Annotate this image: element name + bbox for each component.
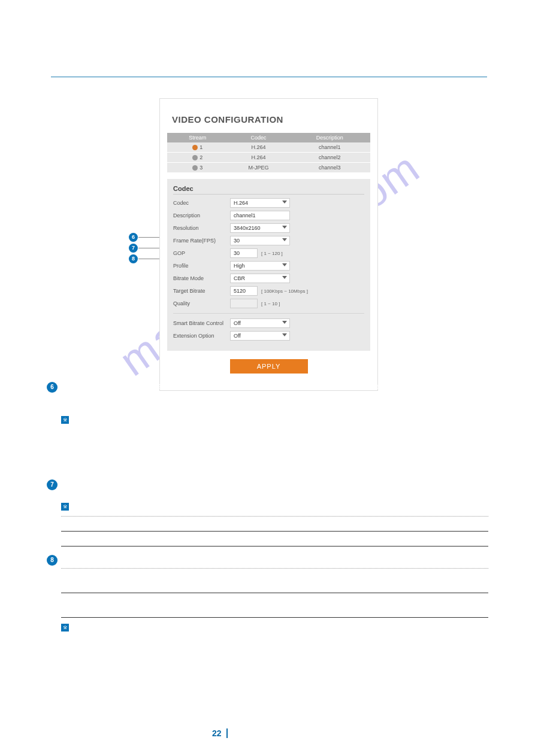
input-gop[interactable]: 30 [230, 248, 258, 258]
col-codec: Codec [228, 133, 289, 142]
item6-note-text: I-frame and P-frame can be created for M… [72, 427, 488, 466]
item7-row0-k: Main - [61, 519, 169, 529]
table-row[interactable]: 2 H.264 channel2 [167, 153, 370, 163]
label-profile: Profile [173, 263, 230, 269]
col-stream: Stream [167, 133, 228, 142]
select-profile[interactable]: High [230, 261, 290, 271]
dotted-rule [61, 568, 488, 569]
label-resolution: Resolution [173, 225, 230, 231]
item6-note-title: GOP(Group of Pictures) Size is.. [72, 417, 168, 424]
stream-table: Stream Codec Description 1 H.264 channel… [167, 133, 370, 173]
item8-table: CBR -To guarantee the designated constan… [61, 568, 488, 618]
header-rule [51, 77, 487, 77]
row-resolution: Resolution 3840x2160 [173, 223, 364, 233]
footer-text: Full HD Multi Focal IP Camera [234, 730, 323, 737]
item7-label: Profile - [61, 481, 86, 488]
stream-codec: H.264 [228, 142, 289, 153]
chevron-down-icon [282, 226, 287, 229]
row-target-bitrate: Target Bitrate 5120 [ 100Kbps ~ 10Mbps ] [173, 286, 364, 296]
hint-gop: [ 1 ~ 120 ] [261, 251, 283, 256]
chevron-down-icon [282, 276, 287, 279]
solid-rule [61, 617, 488, 618]
item7-text: The profile defines the subset of bit st… [61, 481, 476, 499]
input-quality [230, 299, 258, 308]
select-resolution[interactable]: 3840x2160 [230, 223, 290, 233]
codec-heading: Codec [173, 185, 364, 195]
stream-codec: H.264 [228, 153, 289, 163]
item8-row0-k: CBR - [61, 571, 169, 590]
solid-rule [61, 531, 488, 532]
item-7: 7 Profile - The profile defines the subs… [47, 479, 488, 500]
solid-rule [61, 546, 488, 546]
panel-title: VIDEO CONFIGURATION [172, 114, 370, 125]
label-target-bitrate: Target Bitrate [173, 288, 230, 294]
item7-table: Main -An intermediate profile with a med… [61, 516, 488, 546]
label-bitrate-mode: Bitrate Mode [173, 275, 230, 281]
item8-label: Bitrate Mode - [61, 556, 105, 563]
page-footer: 22 Full HD Multi Focal IP Camera [0, 728, 535, 738]
select-smart-bitrate[interactable]: Off [230, 318, 290, 328]
status-dot-icon [192, 155, 198, 160]
item7-row1-k: High - [61, 534, 169, 544]
chevron-down-icon [282, 201, 287, 204]
label-codec: Codec [173, 200, 230, 206]
item6-label: GOP(Group of Pictures) Size - [61, 383, 155, 390]
label-smart-bitrate: Smart Bitrate Control [173, 320, 230, 326]
select-bitrate-mode[interactable]: CBR [230, 274, 290, 283]
form-separator [173, 313, 364, 314]
callout-marker-6: 6 [129, 233, 138, 242]
label-extension: Extension Option [173, 333, 230, 339]
hint-target-bitrate: [ 100Kbps ~ 10Mbps ] [261, 289, 308, 294]
stream-num: 3 [200, 165, 202, 171]
video-config-panel: VIDEO CONFIGURATION Stream Codec Descrip… [159, 98, 378, 391]
input-description[interactable]: channel1 [230, 211, 290, 220]
solid-rule [61, 593, 488, 593]
label-gop: GOP [173, 250, 230, 256]
table-row[interactable]: 3 M-JPEG channel3 [167, 163, 370, 173]
select-codec[interactable]: H.264 [230, 198, 290, 208]
stream-desc: channel3 [289, 163, 370, 173]
stream-desc: channel1 [289, 142, 370, 153]
item8-row1-k: VBR - [61, 596, 169, 615]
select-extension[interactable]: Off [230, 331, 290, 341]
item7-row1-v: A complex profile with a high compressio… [169, 534, 488, 544]
hint-quality: [ 1 ~ 10 ] [261, 301, 280, 306]
table-row[interactable]: 1 H.264 channel1 [167, 142, 370, 153]
row-smart-bitrate: Smart Bitrate Control Off [173, 318, 364, 328]
page-number: 22 [212, 728, 228, 738]
codec-block: Codec Codec H.264 Description channel1 R… [167, 179, 370, 351]
bullet-8: 8 [47, 555, 58, 566]
input-target-bitrate[interactable]: 5120 [230, 286, 258, 296]
header-section: Web Viewer [445, 58, 487, 67]
chevron-down-icon [282, 333, 287, 336]
page-header: Setup - Basic Setup Web Viewer [51, 57, 487, 75]
row-profile: Profile High [173, 261, 364, 271]
item-8: 8 Bitrate Mode - Select the bit rate con… [47, 555, 488, 566]
status-dot-icon [192, 145, 198, 150]
item-6: 6 GOP(Group of Pictures) Size - Set up t… [47, 382, 488, 414]
item8-text: Select the bit rate control scheme of vi… [107, 556, 437, 563]
row-codec: Codec H.264 [173, 198, 364, 208]
header-title: Setup - Basic Setup [51, 57, 152, 69]
callout-marker-7: 7 [129, 244, 138, 253]
row-quality: Quality [ 1 ~ 10 ] [173, 299, 364, 308]
stream-desc: channel2 [289, 153, 370, 163]
select-framerate[interactable]: 30 [230, 236, 290, 245]
col-description: Description [289, 133, 370, 142]
bullet-6: 6 [47, 382, 58, 393]
row-gop: GOP 30 [ 1 ~ 120 ] [173, 248, 364, 258]
row-extension: Extension Option Off [173, 331, 364, 341]
stream-num: 1 [200, 144, 202, 150]
bullet-7: 7 [47, 479, 58, 490]
chevron-down-icon [282, 238, 287, 241]
item8-row0-v: To guarantee the designated constant bit… [169, 571, 488, 590]
table-header-row: Stream Codec Description [167, 133, 370, 142]
chevron-down-icon [282, 263, 287, 266]
label-framerate: Frame Rate(FPS) [173, 238, 230, 244]
item7-note: ※ H.264 : Main, High / H.265 (HEVC) : Ma… [61, 503, 488, 514]
body-content: 6 GOP(Group of Pictures) Size - Set up t… [47, 377, 488, 634]
item7-row0-v: An intermediate profile with a medium co… [169, 519, 488, 529]
note-icon: ※ [61, 503, 69, 511]
note-icon: ※ [61, 416, 69, 424]
apply-button[interactable]: APPLY [230, 359, 308, 374]
